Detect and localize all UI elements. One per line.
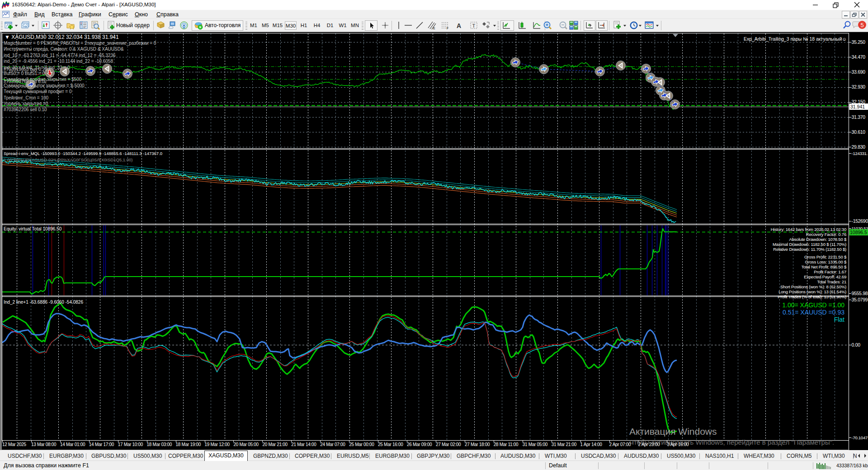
svg-text:-70.1047: -70.1047 bbox=[852, 435, 868, 440]
svg-text:T: T bbox=[472, 23, 476, 28]
svg-text:20 Mar 05:00: 20 Mar 05:00 bbox=[233, 442, 259, 447]
svg-text:▼ XAGUSD,M30 32.012 32.034 31: ▼ XAGUSD,M30 32.012 32.034 31.938 31.941 bbox=[5, 34, 119, 40]
svg-text:-152690: -152690 bbox=[852, 218, 868, 224]
svg-text:34.470: 34.470 bbox=[852, 54, 866, 60]
svg-text:35.250: 35.250 bbox=[852, 39, 866, 45]
svg-text:33.690: 33.690 bbox=[852, 69, 866, 75]
svg-text:Total Trades: 21: Total Trades: 21 bbox=[817, 279, 846, 284]
svg-text:14 Mar 01:00: 14 Mar 01:00 bbox=[60, 442, 85, 447]
svg-text:Absolute Drawdown: 1078.50 $: Absolute Drawdown: 1078.50 $ bbox=[789, 237, 847, 242]
svg-text:Инструменты спреда, Символ: 0: Инструменты спреда, Символ: 0 & XAGUSD &… bbox=[4, 47, 124, 52]
svg-text:20 Mar 21:00: 20 Mar 21:00 bbox=[262, 442, 288, 447]
svg-text:32.930: 32.930 bbox=[852, 84, 866, 89]
svg-text:ind_10 = -63.2763 ind_11 = -64: ind_10 = -63.2763 ind_11 = -64.4774 ind_… bbox=[4, 53, 116, 58]
svg-text:F: F bbox=[447, 27, 448, 30]
svg-text:29.830: 29.830 bbox=[852, 144, 866, 150]
svg-text:-124331.: -124331. bbox=[852, 151, 868, 156]
svg-text:Трейлинг_Стоп = 100: Трейлинг_Стоп = 100 bbox=[4, 95, 49, 100]
svg-text:31 Mar 05:00: 31 Mar 05:00 bbox=[523, 442, 548, 447]
svg-text:#703919653 buy 0.20: #703919653 buy 0.20 bbox=[4, 67, 47, 72]
svg-text:27 Mar 18:00: 27 Mar 18:00 bbox=[465, 442, 490, 447]
svg-text:MagicNumber = 0 РЕЖИМ_РАБОТЫ =: MagicNumber = 0 РЕЖИМ_РАБОТЫ = 2текущее_… bbox=[4, 41, 156, 46]
svg-text:13 Mar 08:00: 13 Mar 08:00 bbox=[31, 442, 57, 447]
svg-text:28 Mar 11:00: 28 Mar 11:00 bbox=[494, 442, 519, 447]
svg-text:1.00= XAGUSD =1.00: 1.00= XAGUSD =1.00 bbox=[782, 301, 844, 309]
svg-text:Long Positions (won %): 13 (61: Long Positions (won %): 13 (61.54%) bbox=[778, 289, 846, 294]
svg-text:Profit Trades (% of total): 13: Profit Trades (% of total): 13 (61.90%) bbox=[778, 294, 846, 299]
svg-text:14 Mar 17:00: 14 Mar 17:00 bbox=[89, 442, 114, 447]
svg-text:2 Apr 23:00: 2 Apr 23:00 bbox=[638, 442, 660, 447]
svg-text:31 Mar 21:00: 31 Mar 21:00 bbox=[552, 442, 577, 447]
svg-text:30.610: 30.610 bbox=[852, 129, 866, 135]
svg-text:Expected Payoff: 42.69: Expected Payoff: 42.69 bbox=[804, 274, 846, 279]
svg-text:Exp_Arbitr_Trailing_3 пары № 1: Exp_Arbitr_Trailing_3 пары № 18 актуальн… bbox=[744, 36, 847, 42]
svg-text:Уровень закрытия =0: Уровень закрытия =0 bbox=[4, 101, 48, 106]
svg-text:19 Mar 12:00: 19 Mar 12:00 bbox=[205, 442, 230, 447]
svg-text:History: 1642 bars from 2025.0: History: 1642 bars from 2025.02.13 02:30 bbox=[771, 227, 846, 232]
svg-text:Ind_2 line+1 -63.6886 -9.6060: Ind_2 line+1 -63.6886 -9.6060 -54.0826 bbox=[4, 300, 83, 305]
svg-text:2 Apr 07:00: 2 Apr 07:00 bbox=[609, 442, 632, 447]
svg-text:12 Mar 2025: 12 Mar 2025 bbox=[2, 442, 27, 447]
svg-text:35.0799: 35.0799 bbox=[852, 297, 868, 302]
svg-text:18 Mar 03:00: 18 Mar 03:00 bbox=[147, 442, 172, 447]
svg-text:3 Apr 16:00: 3 Apr 16:00 bbox=[667, 442, 689, 447]
svg-text:25 Mar 00:00: 25 Mar 00:00 bbox=[349, 442, 374, 447]
svg-text:#703959766 sell 0.02: #703959766 sell 0.02 bbox=[4, 79, 47, 84]
svg-text:27 Mar 02:00: 27 Mar 02:00 bbox=[436, 442, 461, 447]
svg-text:#703962206 sell 0.10: #703962206 sell 0.10 bbox=[4, 107, 47, 112]
svg-text:31.370: 31.370 bbox=[852, 114, 866, 120]
svg-text:26 Mar 09:00: 26 Mar 09:00 bbox=[407, 442, 432, 447]
svg-text:Short Positions (won %): 8 (62: Short Positions (won %): 8 (62.50%) bbox=[780, 284, 846, 289]
svg-text:Total Net Profit: 896.50 $: Total Net Profit: 896.50 $ bbox=[802, 264, 847, 269]
svg-text:ind_20 = -9.4556 ind_21 = -10.: ind_20 = -9.4556 ind_21 = -10.1144 ind_2… bbox=[4, 59, 113, 64]
svg-text:Spread-i-env_MQL -150993.0 -15: Spread-i-env_MQL -150993.0 -150344.2 -14… bbox=[4, 151, 162, 156]
svg-text:Чтобы активировать Windows, пе: Чтобы активировать Windows, перейдите в … bbox=[629, 438, 834, 446]
svg-text:Maximal Drawdown: 1182.50 $ (1: Maximal Drawdown: 1182.50 $ (11.70%) bbox=[773, 242, 846, 247]
svg-text:0.51= XAUUSD =0.93: 0.51= XAUUSD =0.93 bbox=[783, 309, 844, 316]
svg-text:Текущий суммарный профит = 0: Текущий суммарный профит = 0 bbox=[4, 89, 72, 94]
svg-text:17 Mar 10:00: 17 Mar 10:00 bbox=[118, 442, 143, 447]
svg-text:Gross Profit: 2231.50 $: Gross Profit: 2231.50 $ bbox=[804, 254, 847, 259]
svg-text:9555.98: 9555.98 bbox=[852, 291, 868, 296]
svg-text:Flat: Flat bbox=[834, 316, 844, 323]
svg-text:Gross Loss: 1335.00 $: Gross Loss: 1335.00 $ bbox=[805, 259, 847, 264]
svg-text:0.00: 0.00 bbox=[852, 342, 861, 348]
svg-text:Relative Drawdown: 11.70% (118: Relative Drawdown: 11.70% (1182.50 $) bbox=[773, 247, 846, 252]
svg-text:Recovery Factor: 0.76: Recovery Factor: 0.76 bbox=[806, 232, 846, 237]
svg-text:24 Mar 07:00: 24 Mar 07:00 bbox=[320, 442, 345, 447]
svg-text:18 Mar 19:00: 18 Mar 19:00 bbox=[176, 442, 201, 447]
svg-text:1.00*В0%ЦРXAGUSD·02*ЦР0%ХАG0ГS: 1.00*В0%ЦРXAGUSD·02*ЦР0%ХАG0ГSО(Ц0SЛ(Х0I… bbox=[4, 157, 132, 162]
svg-text:Equity: virtual Total 10896.50: Equity: virtual Total 10896.50 bbox=[4, 226, 62, 231]
svg-text:1 Apr 14:00: 1 Apr 14:00 bbox=[580, 442, 603, 447]
svg-text:10896.5: 10896.5 bbox=[850, 230, 867, 235]
svg-text:31.941: 31.941 bbox=[850, 104, 865, 109]
svg-text:Активация Windows: Активация Windows bbox=[629, 426, 717, 437]
svg-text:Profit Factor: 1.67: Profit Factor: 1.67 bbox=[814, 269, 846, 274]
svg-text:5: 5 bbox=[860, 22, 863, 28]
svg-text:25 Mar 16:00: 25 Mar 16:00 bbox=[378, 442, 403, 447]
svg-text:21 Mar 14:00: 21 Mar 14:00 bbox=[291, 442, 316, 447]
svg-text:E: E bbox=[433, 27, 435, 30]
